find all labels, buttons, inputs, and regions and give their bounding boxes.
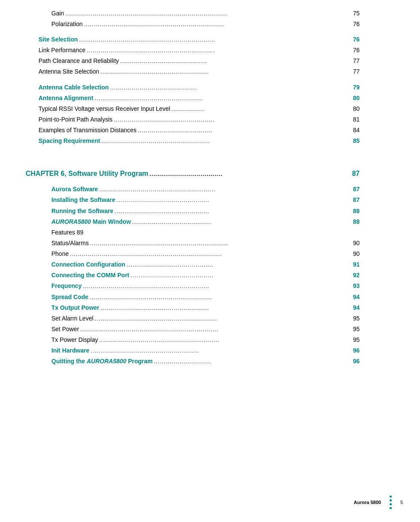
page-number: 95 — [349, 324, 360, 335]
page-number: 80 — [349, 104, 360, 114]
entry-text: Antenna Alignment — [39, 93, 93, 104]
entry-text: Set Power — [51, 324, 79, 335]
footer-dots — [390, 495, 392, 509]
page-number: 93 — [349, 281, 360, 291]
entry-text: Typical RSSI Voltage versus Receiver Inp… — [39, 104, 170, 114]
brand-name: Aurora 5800 — [354, 500, 381, 505]
entry-text: Installing the Software — [51, 195, 115, 205]
entry-text: Site Selection — [39, 35, 78, 45]
toc-entry-quitting: Quitting the AURORA5800 Program ........… — [26, 356, 360, 367]
page-number: 77 — [349, 67, 360, 77]
page-number: 91 — [349, 260, 360, 270]
page-number: 88 — [349, 217, 360, 227]
page-number: 81 — [349, 115, 360, 125]
entry-text: Tx Power Display — [51, 335, 98, 345]
entry-text: Antenna Site Selection — [39, 67, 99, 77]
entry-text: Aurora Software — [51, 184, 98, 195]
dots-area: ........................................… — [89, 293, 348, 303]
toc-entry-antenna-alignment: Antenna Alignment ......................… — [26, 93, 360, 104]
toc-entry-aurora-main-window: AURORA5800 Main Window .................… — [26, 217, 360, 227]
toc-entry-aurora-software: Aurora Software ........................… — [26, 184, 360, 195]
toc-entry-status-alarms: Status/Alarms ..........................… — [26, 238, 360, 249]
entry-text: Connection Configuration — [51, 260, 125, 270]
dots-area: ........................................… — [90, 239, 348, 249]
toc-entry-phone: Phone ..................................… — [26, 249, 360, 259]
page-number: 87 — [349, 184, 360, 195]
toc-entry-connecting-comm: Connecting the COMM Port ...............… — [26, 270, 360, 281]
page-number: 76 — [349, 19, 360, 30]
dots-area: ........................................… — [115, 207, 348, 217]
entry-text: Phone — [51, 249, 69, 259]
toc-entry-set-power: Set Power ..............................… — [26, 324, 360, 335]
page-number: 94 — [349, 292, 360, 303]
dots-area: ........................................… — [87, 46, 348, 56]
dots-area: ........................................… — [116, 196, 348, 205]
toc-entry-installing: Installing the Software ................… — [26, 195, 360, 205]
dots-area: ........................................… — [101, 303, 348, 313]
entry-text: Antenna Cable Selection — [39, 83, 109, 93]
page-number: 90 — [349, 238, 360, 249]
dots-area: ........................................… — [80, 325, 348, 335]
toc-entry-path-clearance: Path Clearance and Reliability .........… — [26, 56, 360, 66]
aurora-brand-quit: AURORA5800 — [86, 358, 126, 365]
chapter6-block: CHAPTER 6, Software Utility Program ....… — [26, 159, 360, 367]
dots-area: ........................................… — [91, 346, 348, 356]
entry-text: Path Clearance and Reliability — [39, 56, 119, 66]
toc-entry-running: Running the Software ...................… — [26, 206, 360, 217]
dots-area: ............................. — [154, 357, 348, 367]
dots-area: ................. — [171, 104, 348, 114]
page-number: 87 — [349, 195, 360, 205]
dots-area: ........................................… — [83, 282, 348, 291]
entry-text: Tx Output Power — [51, 303, 99, 313]
dots-area: ........................................… — [114, 115, 348, 125]
dots-area: ........................................… — [101, 136, 348, 146]
toc-entry-link-performance: Link Performance .......................… — [26, 45, 360, 56]
page-number: 96 — [349, 346, 360, 356]
entry-text: Link Performance — [39, 45, 86, 56]
entry-text: Quitting the AURORA5800 Program — [51, 356, 153, 367]
entry-text: Running the Software — [51, 206, 113, 217]
dots-area: ........................................… — [127, 260, 348, 270]
page-number: 84 — [349, 125, 360, 136]
dot-3 — [390, 503, 392, 505]
toc-entry-antenna-site: Antenna Site Selection .................… — [26, 67, 360, 77]
dots-area: ........................................… — [95, 94, 348, 104]
dot-1 — [390, 495, 392, 498]
dots-area: ..................................... — [149, 161, 348, 183]
entry-text: Polarization — [51, 19, 83, 30]
dot-4 — [390, 507, 392, 509]
aurora-brand: AURORA5800 — [51, 218, 91, 225]
toc-entry-gain: Gain ...................................… — [26, 9, 360, 19]
footer-page: 5 — [400, 500, 403, 505]
toc-entry-set-alarm: Set Alarm Level ........................… — [26, 314, 360, 324]
entry-text: Features 89 — [51, 229, 83, 236]
chapter-heading: CHAPTER 6, Software Utility Program — [26, 168, 148, 179]
dots-area: ...................................... — [138, 126, 348, 136]
entry-text: Set Alarm Level — [51, 314, 93, 324]
toc-entry-chapter6: CHAPTER 6, Software Utility Program ....… — [26, 159, 360, 183]
page-number: 92 — [349, 270, 360, 281]
toc-entry-init-hardware: Init Hardware ..........................… — [26, 346, 360, 356]
toc-entry-polarization: Polarization ...........................… — [26, 19, 360, 30]
toc-entry-tx-output-power: Tx Output Power ........................… — [26, 303, 360, 313]
entry-text: Frequency — [51, 281, 82, 291]
dots-area: ........................................… — [101, 67, 348, 77]
toc-entry-point-to-point: Point-to-Point Path Analysis ...........… — [26, 115, 360, 125]
page-number: 90 — [349, 249, 360, 259]
page-number: 87 — [349, 168, 360, 179]
dots-area: ........................................… — [84, 20, 348, 30]
toc-entry-examples: Examples of Transmission Distances .....… — [26, 125, 360, 136]
page-number: 88 — [349, 206, 360, 217]
dots-area: ........................................… — [95, 314, 348, 324]
toc-entry-frequency: Frequency ..............................… — [26, 281, 360, 291]
page-number: 96 — [349, 356, 360, 367]
toc-entry-antenna-cable: Antenna Cable Selection ................… — [26, 83, 360, 93]
toc-entry-spread-code: Spread Code ............................… — [26, 292, 360, 303]
toc-entry-connection-config: Connection Configuration ...............… — [26, 260, 360, 270]
page-content: Gain ...................................… — [0, 0, 385, 393]
dots-area: ........................................… — [99, 335, 348, 345]
page-number: 85 — [349, 136, 360, 146]
page-number: 95 — [349, 335, 360, 345]
dots-area: ........................................… — [79, 35, 348, 45]
page-number: 77 — [349, 56, 360, 66]
